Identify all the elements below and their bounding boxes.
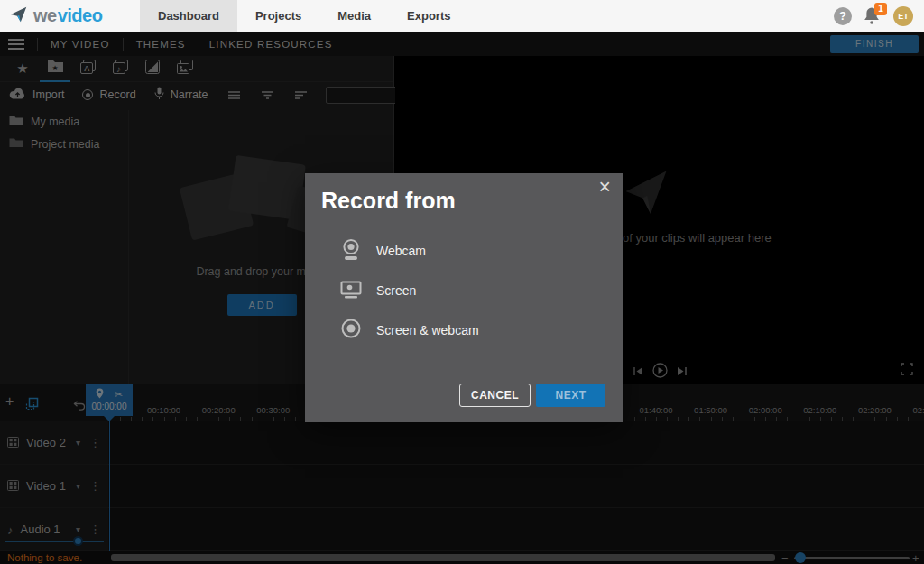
tab-dashboard[interactable]: Dashboard [140, 0, 237, 32]
main-nav-tabs: DashboardProjectsMediaExports [140, 0, 468, 32]
tab-projects[interactable]: Projects [237, 0, 319, 32]
close-icon[interactable]: × [599, 177, 611, 198]
record-from-dialog: Record from × WebcamScreenScreen & webca… [305, 173, 623, 422]
wevideo-editor: we video DashboardProjectsMediaExports ?… [0, 0, 924, 564]
cancel-button[interactable]: CANCEL [459, 384, 531, 407]
help-button[interactable]: ? [834, 7, 852, 25]
next-button[interactable]: NEXT [536, 384, 605, 407]
notifications-button[interactable]: 1 [864, 6, 882, 26]
screen-icon [339, 277, 363, 304]
question-mark-icon: ? [839, 9, 846, 23]
avatar[interactable]: ET [893, 6, 913, 26]
screen-webcam-icon [339, 317, 363, 344]
wevideo-logo[interactable]: we video [9, 5, 140, 28]
option-label: Screen & webcam [376, 323, 479, 337]
option-label: Screen [376, 283, 416, 298]
avatar-initials: ET [898, 12, 909, 21]
tab-exports[interactable]: Exports [389, 0, 468, 32]
webcam-icon [339, 237, 363, 264]
logo-text-we: we [33, 5, 57, 26]
top-navigation-bar: we video DashboardProjectsMediaExports ?… [0, 0, 924, 32]
tab-media[interactable]: Media [319, 0, 389, 32]
record-option-screen-webcam[interactable]: Screen & webcam [339, 310, 479, 350]
paper-plane-icon [9, 5, 29, 28]
notification-badge: 1 [874, 3, 887, 15]
dialog-title: Record from [321, 188, 456, 214]
logo-text-video: video [58, 5, 103, 26]
topbar-right-controls: ? 1 ET [834, 6, 913, 26]
record-options: WebcamScreenScreen & webcam [339, 231, 479, 350]
record-option-webcam[interactable]: Webcam [339, 231, 479, 271]
record-option-screen[interactable]: Screen [339, 271, 479, 310]
option-label: Webcam [376, 244, 426, 258]
